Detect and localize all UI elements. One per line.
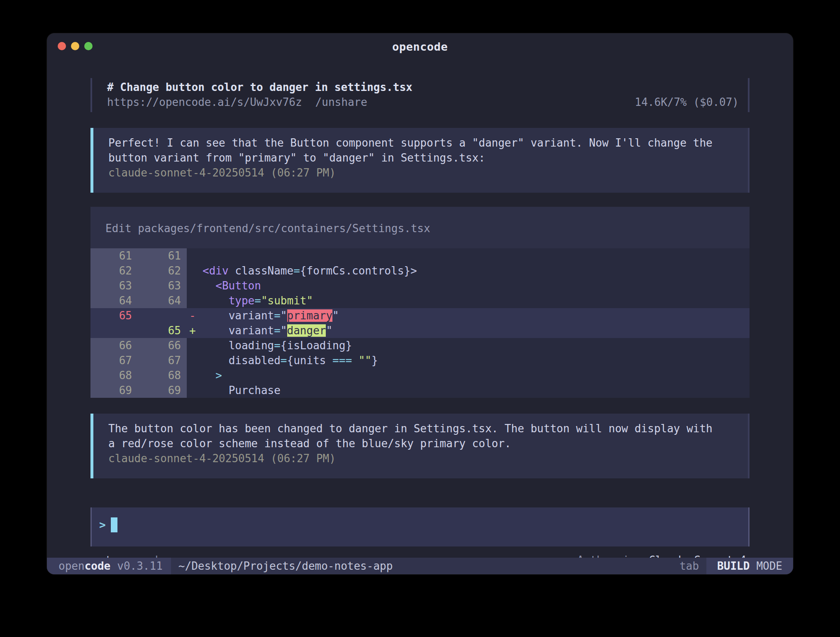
- code-token: [203, 384, 229, 397]
- diff-row: 6464 type="submit": [90, 293, 750, 308]
- old-line-number: 69: [90, 383, 135, 398]
- diff-code-line: variant="primary": [203, 308, 750, 323]
- diff-marker: [187, 368, 203, 383]
- new-line-number: 67: [135, 353, 187, 368]
- code-token: className: [229, 265, 294, 277]
- old-line-number: 63: [90, 278, 135, 293]
- share-url-link[interactable]: https://opencode.ai/s/UwJxv76z: [107, 95, 302, 110]
- code-token: {isLoading}: [281, 339, 352, 352]
- diff-code-line: >: [203, 368, 750, 383]
- code-token: danger: [287, 324, 326, 337]
- text-cursor: [111, 517, 117, 532]
- code-token: loading: [229, 339, 274, 352]
- diff-code-line: type="submit": [203, 293, 750, 308]
- mode-label: BUILD: [717, 560, 750, 572]
- mode-segment[interactable]: BUILD MODE: [706, 558, 793, 574]
- code-token: {formCs.controls}>: [300, 265, 417, 277]
- code-token: ": [326, 324, 332, 337]
- code-token: =: [281, 354, 287, 367]
- diff-code-line: disabled={units === ""}: [203, 353, 750, 368]
- code-token: variant: [229, 309, 274, 322]
- diff-marker: [187, 383, 203, 398]
- message-text-line: Perfect! I can see that the Button compo…: [108, 135, 739, 150]
- assistant-message: Perfect! I can see that the Button compo…: [90, 128, 750, 193]
- new-line-number: 62: [135, 263, 187, 278]
- code-token: <Button: [215, 279, 261, 292]
- diff-row: 6767 disabled={units === ""}: [90, 353, 750, 368]
- old-line-number: 62: [90, 263, 135, 278]
- code-token: =: [274, 324, 281, 337]
- code-token: type: [229, 294, 255, 307]
- diff-marker: [187, 293, 203, 308]
- code-token: "": [359, 354, 371, 367]
- code-token: }: [371, 354, 378, 367]
- working-directory: ~/Desktop/Projects/demo-notes-app: [178, 560, 393, 572]
- new-line-number: 66: [135, 338, 187, 353]
- edit-tool-title: Edit packages/frontend/src/containers/Se…: [90, 207, 750, 248]
- new-line-number: [135, 308, 187, 323]
- old-line-number: 68: [90, 368, 135, 383]
- code-token: [203, 309, 229, 322]
- diff-marker: [187, 353, 203, 368]
- diff-row: 6161: [90, 248, 750, 263]
- code-token: {units: [287, 354, 333, 367]
- diff-marker: -: [187, 308, 203, 323]
- diff-marker: [187, 338, 203, 353]
- prompt-input[interactable]: >: [90, 507, 750, 546]
- diff-row: 6969 Purchase: [90, 383, 750, 398]
- diff-row: 6868 >: [90, 368, 750, 383]
- edit-tool-panel: Edit packages/frontend/src/containers/Se…: [90, 207, 750, 398]
- old-line-number: 65: [90, 308, 135, 323]
- diff-code-line: [203, 248, 750, 263]
- code-token: ": [281, 324, 287, 337]
- diff-marker: [187, 263, 203, 278]
- code-token: primary: [287, 309, 333, 322]
- session-header: # Change button color to danger in setti…: [90, 78, 750, 112]
- code-token: [203, 354, 229, 367]
- code-token: <div: [203, 265, 229, 277]
- old-line-number: 67: [90, 353, 135, 368]
- message-model-timestamp: claude-sonnet-4-20250514 (06:27 PM): [108, 451, 739, 466]
- code-token: ===: [332, 354, 352, 367]
- diff-code-line: <Button: [203, 278, 750, 293]
- message-text-line: button variant from "primary" to "danger…: [108, 150, 739, 165]
- window-title: opencode: [47, 40, 793, 53]
- code-token: [203, 339, 229, 352]
- diff-code-line: variant="danger": [203, 323, 750, 338]
- diff-row: 6262<div className={formCs.controls}>: [90, 263, 750, 278]
- session-title: # Change button color to danger in setti…: [107, 80, 739, 95]
- app-name-prefix: open: [59, 560, 85, 572]
- status-bar: opencode v0.3.11 ~/Desktop/Projects/demo…: [47, 558, 793, 574]
- assistant-message: The button color has been changed to dan…: [90, 414, 750, 478]
- code-token: [203, 279, 215, 292]
- code-token: [203, 324, 229, 337]
- code-token: [352, 354, 359, 367]
- new-line-number: 63: [135, 278, 187, 293]
- new-line-number: 69: [135, 383, 187, 398]
- new-line-number: 61: [135, 248, 187, 263]
- window-titlebar: opencode: [47, 33, 793, 60]
- code-token: >: [215, 369, 222, 382]
- message-model-timestamp: claude-sonnet-4-20250514 (06:27 PM): [108, 165, 739, 180]
- diff-row: 6666 loading={isLoading}: [90, 338, 750, 353]
- unshare-command[interactable]: /unshare: [315, 95, 367, 110]
- diff-view: 61616262<div className={formCs.controls}…: [90, 248, 750, 398]
- new-line-number: 64: [135, 293, 187, 308]
- code-token: =: [254, 294, 261, 307]
- app-version: v0.3.11: [117, 560, 163, 572]
- opencode-window: opencode # Change button color to danger…: [47, 33, 793, 574]
- code-token: "submit": [261, 294, 313, 307]
- old-line-number: 66: [90, 338, 135, 353]
- code-token: Purchase: [229, 384, 281, 397]
- prompt-caret: >: [99, 517, 106, 532]
- old-line-number: [90, 323, 135, 338]
- new-line-number: 65: [135, 323, 187, 338]
- context-usage-cost: 14.6K/7% ($0.07): [635, 95, 739, 110]
- code-token: [203, 294, 229, 307]
- code-token: =: [293, 265, 300, 277]
- code-token: =: [274, 339, 281, 352]
- tab-key-hint[interactable]: tab: [679, 560, 699, 572]
- code-token: =: [274, 309, 281, 322]
- diff-marker: +: [187, 323, 203, 338]
- diff-marker: [187, 278, 203, 293]
